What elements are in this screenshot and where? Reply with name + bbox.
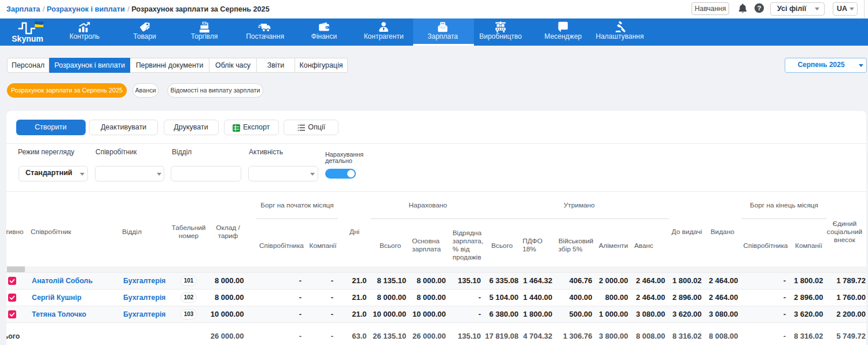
svg-text:?: ? (757, 5, 761, 12)
